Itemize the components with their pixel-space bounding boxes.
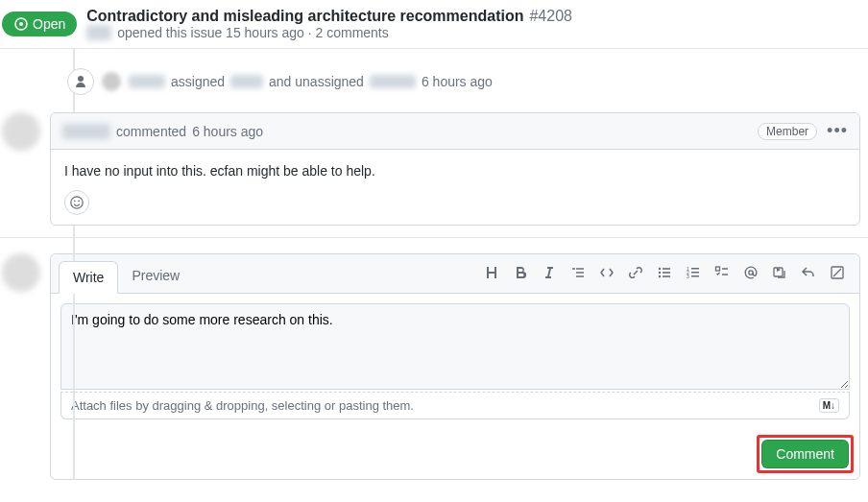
issue-title[interactable]: Contradictory and misleading architectur… bbox=[86, 8, 523, 25]
cross-reference-icon[interactable] bbox=[771, 264, 788, 281]
issue-header: Open Contradictory and misleading archit… bbox=[0, 0, 868, 49]
svg-point-6 bbox=[659, 272, 661, 274]
event-time: 6 hours ago bbox=[422, 74, 493, 89]
svg-rect-16 bbox=[691, 275, 699, 277]
comment-button-highlight: Comment bbox=[757, 435, 854, 473]
issue-number: #4208 bbox=[529, 8, 572, 25]
diff-icon[interactable] bbox=[829, 264, 846, 281]
svg-point-3 bbox=[74, 201, 76, 203]
svg-rect-9 bbox=[663, 272, 670, 274]
markdown-icon[interactable]: M↓ bbox=[819, 398, 839, 413]
reaction-button[interactable] bbox=[64, 190, 89, 215]
svg-point-18 bbox=[749, 271, 753, 275]
issue-meta: opened this issue 15 hours ago · 2 comme… bbox=[117, 25, 389, 40]
assigned-label: assigned bbox=[171, 74, 225, 89]
comment-text: I have no input into this. ecfan might b… bbox=[64, 163, 846, 179]
svg-rect-15 bbox=[691, 272, 699, 274]
status-label: Open bbox=[33, 16, 65, 32]
code-icon[interactable] bbox=[598, 264, 615, 281]
actor-avatar[interactable] bbox=[102, 72, 121, 91]
tab-preview[interactable]: Preview bbox=[118, 260, 193, 293]
quote-icon[interactable] bbox=[569, 264, 587, 281]
tab-write[interactable]: Write bbox=[59, 261, 118, 294]
svg-text:3: 3 bbox=[687, 274, 689, 279]
comment-box: commented 6 hours ago Member ••• I have … bbox=[50, 112, 860, 226]
attach-hint[interactable]: Attach files by dragging & dropping, sel… bbox=[71, 398, 414, 413]
assignment-event: assigned and unassigned 6 hours ago bbox=[58, 60, 860, 112]
kebab-icon[interactable]: ••• bbox=[827, 121, 848, 141]
assignee-name[interactable] bbox=[230, 75, 263, 88]
section-divider bbox=[0, 237, 868, 238]
link-icon[interactable] bbox=[627, 264, 644, 281]
person-icon bbox=[67, 68, 94, 95]
svg-point-4 bbox=[78, 201, 80, 203]
svg-point-7 bbox=[659, 275, 661, 277]
svg-rect-17 bbox=[716, 267, 720, 271]
role-badge: Member bbox=[758, 123, 817, 140]
unassigned-label: and unassigned bbox=[269, 74, 364, 89]
bold-icon[interactable] bbox=[512, 264, 529, 281]
svg-rect-10 bbox=[663, 275, 670, 277]
svg-rect-8 bbox=[663, 268, 670, 270]
author-avatar[interactable] bbox=[86, 25, 111, 40]
svg-rect-14 bbox=[691, 268, 699, 270]
task-list-icon[interactable] bbox=[713, 264, 731, 281]
reply-icon[interactable] bbox=[800, 264, 817, 281]
italic-icon[interactable] bbox=[541, 264, 558, 281]
svg-point-5 bbox=[659, 268, 661, 270]
comment-button[interactable]: Comment bbox=[761, 440, 849, 468]
compose-box: Write Preview 123 bbox=[50, 253, 860, 480]
comment-time[interactable]: 6 hours ago bbox=[192, 124, 263, 139]
numbered-list-icon[interactable]: 123 bbox=[685, 264, 702, 281]
mention-icon[interactable] bbox=[742, 264, 760, 281]
svg-point-2 bbox=[71, 197, 83, 208]
smiley-icon bbox=[69, 195, 84, 210]
commenter-avatar[interactable] bbox=[2, 112, 40, 151]
unassignee-name[interactable] bbox=[370, 75, 416, 88]
actor-name[interactable] bbox=[129, 75, 165, 88]
commenter-name[interactable] bbox=[62, 124, 110, 139]
formatting-toolbar: 123 bbox=[483, 264, 850, 289]
heading-icon[interactable] bbox=[483, 264, 500, 281]
bullet-list-icon[interactable] bbox=[656, 264, 673, 281]
comment-action: commented bbox=[116, 124, 186, 139]
issue-open-icon bbox=[13, 16, 29, 32]
current-user-avatar[interactable] bbox=[2, 253, 40, 292]
svg-point-1 bbox=[19, 22, 23, 26]
comment-textarea[interactable] bbox=[60, 303, 850, 390]
status-badge: Open bbox=[2, 12, 77, 36]
